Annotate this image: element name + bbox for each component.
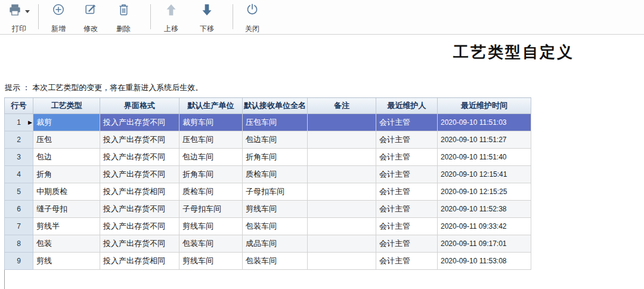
process-type-table: 行号工艺类型界面格式默认生产单位默认接收单位全名备注最近维护人最近维护时间1▶裁…: [4, 97, 531, 270]
cell-maintainer[interactable]: 会计主管: [376, 149, 438, 166]
cell-format[interactable]: 投入产出存货不同: [100, 166, 179, 183]
cell-recv_unit[interactable]: 子母扣车间: [243, 183, 308, 201]
cell-type[interactable]: 中期质检: [33, 183, 100, 201]
cell-type[interactable]: 裁剪: [33, 114, 100, 131]
move-down-button[interactable]: 下移: [192, 3, 222, 33]
column-header-6[interactable]: 最近维护人: [376, 98, 438, 114]
table-header-row: 行号工艺类型界面格式默认生产单位默认接收单位全名备注最近维护人最近维护时间: [5, 98, 531, 114]
cell-recv_unit[interactable]: 压包车间: [243, 114, 308, 131]
cell-type[interactable]: 剪线: [33, 253, 100, 270]
cell-format[interactable]: 投入产出存货相同: [100, 253, 179, 270]
cell-remark[interactable]: [308, 253, 376, 270]
print-button[interactable]: 打印: [1, 3, 37, 33]
cell-prod_unit[interactable]: 质检车间: [179, 183, 243, 201]
print-dropdown-caret-icon[interactable]: [24, 5, 30, 16]
cell-type[interactable]: 缝子母扣: [33, 201, 100, 218]
cell-prod_unit[interactable]: 剪线车间: [179, 253, 243, 270]
arrow-down-icon: [201, 3, 213, 19]
cell-recv_unit[interactable]: 成品车间: [243, 235, 308, 253]
cell-format[interactable]: 投入产出存货不同: [100, 131, 179, 149]
row-number-cell[interactable]: 8: [5, 235, 33, 253]
cell-type[interactable]: 压包: [33, 131, 100, 149]
cell-remark[interactable]: [308, 149, 376, 166]
row-number: 1: [17, 118, 21, 127]
row-number-cell[interactable]: 9: [5, 253, 33, 270]
cell-prod_unit[interactable]: 裁剪车间: [179, 114, 243, 131]
cell-recv_unit[interactable]: 质检车间: [243, 166, 308, 183]
cell-format[interactable]: 投入产出存货不同: [100, 201, 179, 218]
cell-remark[interactable]: [308, 201, 376, 218]
cell-recv_unit[interactable]: 折角车间: [243, 149, 308, 166]
table-row: 4折角投入产出存货不同折角车间质检车间会计主管2020-09-10 12:15:…: [5, 166, 531, 183]
cell-remark[interactable]: [308, 114, 376, 131]
cell-remark[interactable]: [308, 235, 376, 253]
cell-type[interactable]: 剪线半: [33, 218, 100, 235]
toolbar-separator: [38, 4, 39, 29]
column-header-1[interactable]: 工艺类型: [33, 98, 100, 114]
modify-button[interactable]: 修改: [76, 3, 106, 33]
cell-time[interactable]: 2020-09-10 12:15:25: [438, 183, 531, 201]
current-row-marker-icon: ▶: [28, 119, 32, 125]
cell-time[interactable]: 2020-09-11 09:33:42: [438, 218, 531, 235]
cell-maintainer[interactable]: 会计主管: [376, 253, 438, 270]
cell-remark[interactable]: [308, 218, 376, 235]
column-header-2[interactable]: 界面格式: [100, 98, 179, 114]
cell-type[interactable]: 包边: [33, 149, 100, 166]
cell-maintainer[interactable]: 会计主管: [376, 183, 438, 201]
column-header-3[interactable]: 默认生产单位: [179, 98, 243, 114]
cell-maintainer[interactable]: 会计主管: [376, 114, 438, 131]
cell-remark[interactable]: [308, 183, 376, 201]
cell-format[interactable]: 投入产出存货不同: [100, 218, 179, 235]
cell-prod_unit[interactable]: 压包车间: [179, 131, 243, 149]
cell-format[interactable]: 投入产出存货不同: [100, 149, 179, 166]
cell-recv_unit[interactable]: 包装车间: [243, 253, 308, 270]
delete-button[interactable]: 删除: [109, 3, 138, 33]
row-number-cell[interactable]: 6: [5, 201, 33, 218]
row-number-cell[interactable]: 4: [5, 166, 33, 183]
column-header-7[interactable]: 最近维护时间: [438, 98, 531, 114]
close-button[interactable]: 关闭: [237, 3, 267, 33]
cell-prod_unit[interactable]: 剪线车间: [179, 218, 243, 235]
row-number: 8: [17, 239, 21, 248]
cell-maintainer[interactable]: 会计主管: [376, 218, 438, 235]
cell-maintainer[interactable]: 会计主管: [376, 235, 438, 253]
cell-prod_unit[interactable]: 折角车间: [179, 166, 243, 183]
cell-format[interactable]: 投入产出存货相同: [100, 183, 179, 201]
move-up-button[interactable]: 上移: [156, 3, 186, 33]
cell-prod_unit[interactable]: 子母扣车间: [179, 201, 243, 218]
cell-prod_unit[interactable]: 包边车间: [179, 149, 243, 166]
cell-maintainer[interactable]: 会计主管: [376, 166, 438, 183]
cell-maintainer[interactable]: 会计主管: [376, 201, 438, 218]
cell-remark[interactable]: [308, 131, 376, 149]
cell-format[interactable]: 投入产出存货不同: [100, 114, 179, 131]
toolbar-separator: [233, 4, 233, 29]
row-number-cell[interactable]: 2: [5, 131, 33, 149]
cell-time[interactable]: 2020-09-10 11:51:27: [438, 131, 531, 149]
cell-prod_unit[interactable]: 包装车间: [179, 235, 243, 253]
row-number-cell[interactable]: 5: [5, 183, 33, 201]
cell-time[interactable]: 2020-09-10 12:15:41: [438, 166, 531, 183]
row-number-cell[interactable]: 7: [5, 218, 33, 235]
column-header-0[interactable]: 行号: [5, 98, 33, 114]
add-button[interactable]: 新增: [44, 3, 73, 33]
column-header-4[interactable]: 默认接收单位全名: [243, 98, 308, 114]
cell-recv_unit[interactable]: 包边车间: [243, 131, 308, 149]
cell-recv_unit[interactable]: 包装车间: [243, 218, 308, 235]
modify-button-label: 修改: [83, 24, 98, 33]
grid-left-border: [4, 270, 5, 289]
cell-time[interactable]: 2020-09-11 09:17:01: [438, 235, 531, 253]
cell-format[interactable]: 投入产出存货不同: [100, 235, 179, 253]
hint-text: 提示 ： 本次工艺类型的变更，将在重新进入系统后生效。: [5, 82, 203, 93]
cell-time[interactable]: 2020-09-10 11:52:38: [438, 201, 531, 218]
cell-time[interactable]: 2020-09-10 11:51:03: [438, 114, 531, 131]
cell-type[interactable]: 包装: [33, 235, 100, 253]
cell-time[interactable]: 2020-09-10 11:53:08: [438, 253, 531, 270]
row-number-cell[interactable]: 1▶: [5, 114, 33, 131]
cell-recv_unit[interactable]: 剪线车间: [243, 201, 308, 218]
column-header-5[interactable]: 备注: [308, 98, 376, 114]
cell-time[interactable]: 2020-09-10 11:51:40: [438, 149, 531, 166]
row-number-cell[interactable]: 3: [5, 149, 33, 166]
cell-remark[interactable]: [308, 166, 376, 183]
cell-maintainer[interactable]: 会计主管: [376, 131, 438, 149]
cell-type[interactable]: 折角: [33, 166, 100, 183]
